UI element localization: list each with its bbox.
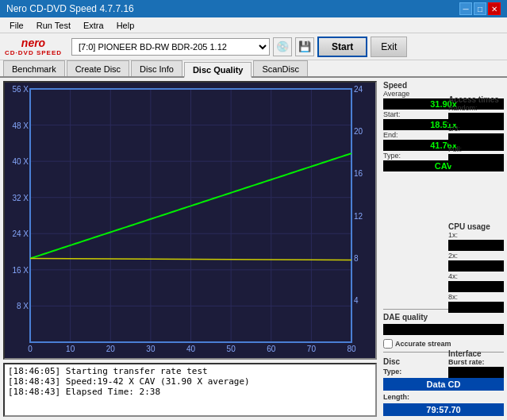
log-entry-2: [18:48:43] Elapsed Time: 2:38 [8,387,372,397]
dae-value [383,324,504,335]
tab-create-disc[interactable]: Create Disc [67,60,129,76]
accurate-stream-area: Accurate stream [383,339,504,349]
nero-logo-top: nero [21,37,45,49]
cpu-8x-value [448,302,504,313]
random-label: Random: [448,104,504,112]
tab-disc-quality[interactable]: Disc Quality [184,62,252,78]
disc-type-value: Data CD [383,378,504,391]
close-button[interactable]: ✕ [488,2,501,15]
menu-extra[interactable]: Extra [77,19,110,32]
cpu-2x-value [448,260,504,272]
chart-container [3,81,377,360]
exit-button[interactable]: Exit [371,37,407,57]
cpu-2x-label: 2x: [448,252,504,260]
tab-scandisc[interactable]: ScanDisc [253,60,307,76]
full-value [448,154,504,165]
title-bar: Nero CD-DVD Speed 4.7.7.16 ─ □ ✕ [0,0,507,17]
one-third-value [448,133,504,144]
interface-section: Interface Burst rate: [448,349,504,379]
chart-area: [18:46:05] Starting transfer rate test [… [0,78,380,420]
cpu-section: CPU usage 1x: 2x: 4x: 8x: [448,222,504,314]
menu-run-test[interactable]: Run Test [30,19,77,32]
start-button[interactable]: Start [317,37,367,57]
cpu-1x-value [448,240,504,251]
one-third-label: 1/3: [448,125,504,133]
cpu-label: CPU usage [448,222,504,231]
accurate-stream-checkbox[interactable] [383,339,393,349]
toolbar: nero CD·DVD SPEED [7:0] PIONEER BD-RW BD… [0,33,507,60]
cpu-8x-label: 8x: [448,293,504,301]
interface-label: Interface [448,349,504,358]
access-section: Access times Random: 1/3: Full: [448,95,504,166]
cpu-4x-label: 4x: [448,272,504,280]
log-entry-1: [18:48:43] Speed:19-42 X CAV (31.90 X av… [8,376,372,387]
tabs: Benchmark Create Disc Disc Info Disc Qua… [0,60,507,78]
disc-length-label: Length: [383,393,504,401]
minimize-button[interactable]: ─ [459,2,472,15]
drive-select[interactable]: [7:0] PIONEER BD-RW BDR-205 1.12 [71,38,270,56]
accurate-stream-label: Accurate stream [395,340,451,348]
tab-benchmark[interactable]: Benchmark [3,60,65,76]
cpu-4x-value [448,281,504,292]
title-bar-text: Nero CD-DVD Speed 4.7.7.16 [6,3,134,14]
menu-file[interactable]: File [3,19,30,32]
nero-logo: nero CD·DVD SPEED [5,37,62,56]
tab-disc-info[interactable]: Disc Info [131,60,182,76]
cpu-1x-label: 1x: [448,231,504,239]
log-entry-0: [18:46:05] Starting transfer rate test [8,366,372,376]
disc-length-value: 79:57.70 [383,403,504,416]
save-icon-button[interactable]: 💾 [295,37,314,56]
log-area[interactable]: [18:46:05] Starting transfer rate test [… [3,363,377,417]
main-content: [18:46:05] Starting transfer rate test [… [0,78,507,420]
nero-logo-bottom: CD·DVD SPEED [5,49,62,56]
menu-help[interactable]: Help [110,19,141,32]
full-label: Full: [448,145,504,153]
random-value [448,113,504,124]
chart-canvas [5,83,375,358]
access-label: Access times [448,95,504,104]
maximize-button[interactable]: □ [474,2,486,15]
title-bar-buttons: ─ □ ✕ [459,2,501,15]
speed-label: Speed [383,81,504,90]
burst-label: Burst rate: [448,358,504,366]
menu-bar: File Run Test Extra Help [0,17,507,33]
eject-icon-button[interactable]: 💿 [273,37,292,56]
dae-label: DAE quality [383,313,504,322]
burst-value [448,367,504,378]
